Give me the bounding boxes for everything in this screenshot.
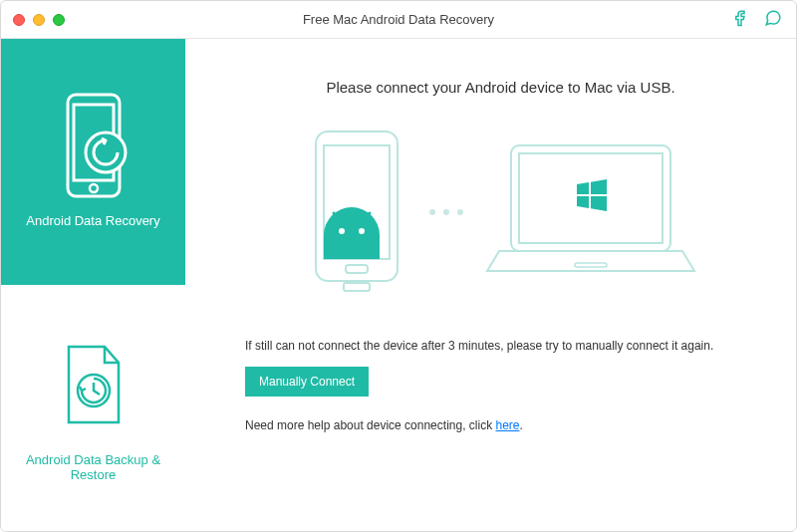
help-text: Need more help about device connecting, … — [245, 418, 756, 432]
minimize-button[interactable] — [33, 14, 45, 26]
sidebar-item-backup[interactable]: Android Data Backup & Restore — [1, 285, 185, 531]
feedback-icon[interactable] — [764, 9, 782, 31]
facebook-icon[interactable] — [732, 9, 750, 31]
titlebar-actions — [732, 9, 782, 31]
close-button[interactable] — [13, 14, 25, 26]
svg-point-9 — [339, 228, 345, 234]
sidebar-item-recovery[interactable]: Android Data Recovery — [1, 39, 185, 285]
sidebar-item-label: Android Data Backup & Restore — [11, 452, 175, 482]
phone-recovery-icon — [54, 96, 133, 195]
help-suffix: . — [520, 418, 523, 432]
warning-text: If still can not connect the device afte… — [245, 339, 756, 353]
sidebar-item-label: Android Data Recovery — [26, 213, 159, 228]
android-phone-icon — [302, 126, 411, 299]
manually-connect-button[interactable]: Manually Connect — [245, 367, 369, 397]
svg-rect-8 — [344, 283, 370, 291]
svg-marker-18 — [577, 196, 589, 208]
window-title: Free Mac Android Data Recovery — [1, 12, 796, 27]
sidebar: Android Data Recovery Android Data Backu… — [1, 39, 185, 531]
svg-point-3 — [86, 133, 126, 172]
app-window: Free Mac Android Data Recovery — [0, 0, 797, 532]
svg-marker-19 — [591, 196, 607, 211]
connection-dots-icon — [429, 209, 463, 215]
help-link[interactable]: here — [495, 418, 519, 432]
titlebar: Free Mac Android Data Recovery — [1, 1, 796, 39]
svg-point-2 — [90, 184, 98, 192]
svg-rect-15 — [575, 263, 607, 267]
maximize-button[interactable] — [53, 14, 65, 26]
connection-diagram — [245, 126, 756, 299]
help-prefix: Need more help about device connecting, … — [245, 418, 495, 432]
svg-rect-7 — [346, 265, 368, 273]
svg-marker-16 — [577, 182, 589, 194]
svg-point-10 — [359, 228, 365, 234]
content-pane: Please connect your Android device to Ma… — [185, 39, 796, 531]
instruction-heading: Please connect your Android device to Ma… — [245, 79, 756, 96]
laptop-icon — [481, 135, 700, 289]
main-area: Android Data Recovery Android Data Backu… — [1, 39, 796, 531]
svg-marker-17 — [591, 179, 607, 194]
window-controls — [13, 14, 65, 26]
file-backup-icon — [54, 335, 133, 434]
